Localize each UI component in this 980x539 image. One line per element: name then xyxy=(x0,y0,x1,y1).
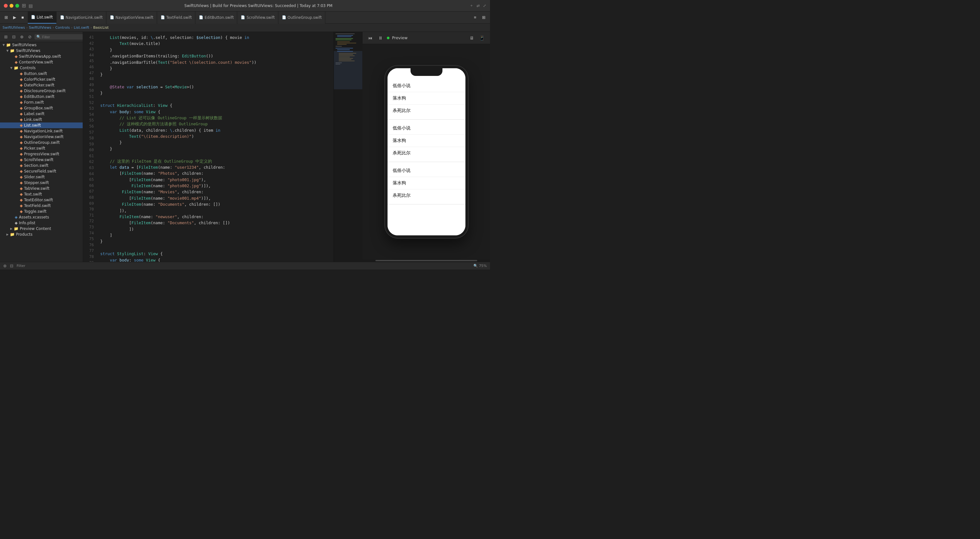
fullscreen-icon[interactable]: ⤢ xyxy=(483,3,486,8)
preview-desktop-btn[interactable]: 🖥 xyxy=(468,35,476,41)
breadcrumb-item[interactable]: SwiftUIViews xyxy=(3,25,25,30)
sidebar-item-products[interactable]: ▶ 📁 Products xyxy=(0,231,83,237)
tab-file-icon: 📄 xyxy=(110,15,114,19)
file-icon: ◆ xyxy=(20,169,23,173)
folder-icon: 📁 xyxy=(10,49,15,53)
code-lines[interactable]: List(movies, id: \.self, selection: $sel… xyxy=(96,32,334,262)
status-filter-label[interactable]: Filter xyxy=(17,264,25,268)
editor-preview: 4142434445464748495051525354555657585960… xyxy=(83,32,490,262)
preview-scrollbar[interactable] xyxy=(363,259,490,262)
svg-rect-22 xyxy=(334,51,362,89)
sidebar-item-label: Controls xyxy=(20,66,36,70)
sidebar-item-section-swift[interactable]: ◆ Section.swift xyxy=(0,163,83,168)
sidebar-item-button-swift[interactable]: ◆ Button.swift xyxy=(0,71,83,76)
sidebar-item-label: GroupBox.swift xyxy=(24,106,53,110)
preview-phone-btn[interactable]: 📱 xyxy=(477,35,486,41)
code-editor[interactable]: 4142434445464748495051525354555657585960… xyxy=(83,32,334,262)
sidebar-item-list-swift[interactable]: ◆ List.swift xyxy=(0,122,83,128)
sidebar-item-navigationview-swift[interactable]: ◆ NavigationView.swift xyxy=(0,134,83,140)
maximize-button[interactable] xyxy=(15,4,19,8)
sidebar-item-label: Text.swift xyxy=(24,192,42,197)
breadcrumb-item[interactable]: BasicList xyxy=(93,25,108,30)
sidebar-btn-1[interactable]: ⊞ xyxy=(3,34,9,40)
minimize-button[interactable] xyxy=(10,4,13,8)
sidebar-btn-4[interactable]: ⊘ xyxy=(27,34,33,40)
tab-textfield-swift[interactable]: 📄 TextField.swift xyxy=(158,11,196,24)
tab-label: NavigationView.swift xyxy=(116,15,154,20)
sidebar: ⊞ ⊟ ⊕ ⊘ 🔍 ▼ 📁 SwiftUIViews ▼ 📁 SwiftUIVi… xyxy=(0,32,83,262)
status-add-btn[interactable]: ⊕ xyxy=(3,263,7,268)
sidebar-item-label: Label.swift xyxy=(24,112,45,116)
breadcrumb-sep: › xyxy=(26,25,27,30)
grid-view-btn[interactable]: ⊞ xyxy=(3,14,10,21)
svg-rect-10 xyxy=(336,48,353,49)
sidebar-item-navigationlink-swift[interactable]: ◆ NavigationLink.swift xyxy=(0,128,83,134)
sidebar-item-scrollview-swift[interactable]: ◆ ScrollView.swift xyxy=(0,157,83,163)
sidebar-item-outlinegroup-swift[interactable]: ◆ OutlineGroup.swift xyxy=(0,140,83,146)
sidebar-btn-3[interactable]: ⊕ xyxy=(19,34,25,40)
sidebar-item-label: SwiftUIViews xyxy=(16,49,41,53)
sidebar-item-swiftuiviews-root[interactable]: ▼ 📁 SwiftUIViews xyxy=(0,42,83,48)
sidebar-item-tabview-swift[interactable]: ◆ TabView.swift xyxy=(0,185,83,191)
add-icon[interactable]: ＋ xyxy=(469,3,473,8)
window-title: SwiftUIViews | Build for Previews SwiftU… xyxy=(50,3,467,8)
close-button[interactable] xyxy=(4,4,8,8)
sidebar-item-contentview-swift[interactable]: ◆ ContentView.swift xyxy=(0,59,83,65)
split-icon[interactable]: ⇄ xyxy=(477,3,480,8)
sidebar-item-colorpicker-swift[interactable]: ◆ ColorPicker.swift xyxy=(0,76,83,82)
file-icon: ◆ xyxy=(20,209,23,214)
filter-input[interactable] xyxy=(42,35,83,39)
sidebar-item-text-swift[interactable]: ◆ Text.swift xyxy=(0,191,83,197)
toolbar-icon[interactable]: ▤ xyxy=(29,3,33,8)
tab-navigationlink-swift[interactable]: 📄 NavigationLink.swift xyxy=(57,11,106,24)
sidebar-item-preview-content[interactable]: ▶ 📁 Preview Content xyxy=(0,226,83,231)
sidebar-filter[interactable]: 🔍 xyxy=(35,34,83,40)
preview-play-btn[interactable]: ⏮ xyxy=(366,35,374,41)
breadcrumb-item[interactable]: List.swift xyxy=(74,25,89,30)
sidebar-item-textfield-swift[interactable]: ◆ TextField.swift xyxy=(0,203,83,209)
sidebar-toolbar: ⊞ ⊟ ⊕ ⊘ 🔍 xyxy=(0,32,83,42)
sidebar-item-datepicker-swift[interactable]: ◆ DatePicker.swift xyxy=(0,82,83,88)
sidebar-item-form-swift[interactable]: ◆ Form.swift xyxy=(0,100,83,105)
file-icon: ◆ xyxy=(20,157,23,162)
list-item: 落水狗 xyxy=(388,92,465,105)
sidebar-btn-2[interactable]: ⊟ xyxy=(11,34,17,40)
sidebar-item-securefield-swift[interactable]: ◆ SecureField.swift xyxy=(0,168,83,174)
sidebar-item-progressview-swift[interactable]: ◆ ProgressView.swift xyxy=(0,151,83,157)
sidebar-item-picker-swift[interactable]: ◆ Picker.swift xyxy=(0,146,83,151)
breadcrumb-item[interactable]: SwiftUIViews xyxy=(29,25,51,30)
stop-btn[interactable]: ■ xyxy=(19,14,26,21)
sidebar-item-disclosuregroup-swift[interactable]: ◆ DisclosureGroup.swift xyxy=(0,88,83,94)
tab-scrollview-swift[interactable]: 📄 ScrollView.swift xyxy=(237,11,278,24)
sidebar-item-toggle-swift[interactable]: ◆ Toggle.swift xyxy=(0,209,83,214)
tab-editbutton-swift[interactable]: 📄 EditButton.swift xyxy=(196,11,237,24)
sidebar-item-info-plist[interactable]: ◆ Info.plist xyxy=(0,220,83,226)
preview-pause-btn[interactable]: ⏸ xyxy=(377,35,384,41)
sidebar-item-stepper-swift[interactable]: ◆ Stepper.swift xyxy=(0,180,83,185)
sidebar-item-groupbox-swift[interactable]: ◆ GroupBox.swift xyxy=(0,105,83,111)
tab-bar: 📄 List.swift 📄 NavigationLink.swift 📄 Na… xyxy=(28,11,470,24)
tab-outlinegroup-swift[interactable]: 📄 OutlineGroup.swift xyxy=(279,11,325,24)
sidebar-item-label-swift[interactable]: ◆ Label.swift xyxy=(0,111,83,117)
sidebar-toggle-icon[interactable]: ⊞ xyxy=(22,3,26,9)
sidebar-item-texteditor-swift[interactable]: ◆ TextEditor.swift xyxy=(0,197,83,203)
list-item: 杀死比尔 xyxy=(388,147,465,159)
inspector-toggle-btn[interactable]: ≡ xyxy=(472,14,478,21)
tab-list-swift[interactable]: 📄 List.swift xyxy=(28,11,57,24)
sidebar-item-controls[interactable]: ▼ 📁 Controls xyxy=(0,65,83,71)
breadcrumb-item[interactable]: Controls xyxy=(55,25,70,30)
sidebar-item-editbutton-swift[interactable]: ◆ EditButton.swift xyxy=(0,94,83,100)
status-remove-btn[interactable]: ⊟ xyxy=(10,263,13,268)
toolbar-left-icons: ⊞ ▶ ■ xyxy=(3,14,26,21)
sidebar-item-swiftuiviews[interactable]: ▼ 📁 SwiftUIViews xyxy=(0,48,83,54)
sidebar-item-assets[interactable]: ◈ Assets.xcassets xyxy=(0,214,83,220)
editor-options-btn[interactable]: ⊞ xyxy=(480,14,487,21)
list-section-2: 低俗小说 落水狗 杀死比尔 xyxy=(388,120,465,162)
tab-navigationview-swift[interactable]: 📄 NavigationView.swift xyxy=(107,11,157,24)
minimap xyxy=(334,32,362,262)
sidebar-item-link-swift[interactable]: ◆ Link.swift xyxy=(0,117,83,122)
sidebar-item-app-swift[interactable]: ◆ SwiftUIViewsApp.swift xyxy=(0,54,83,59)
sidebar-item-slider-swift[interactable]: ◆ Slider.swift xyxy=(0,174,83,180)
run-btn[interactable]: ▶ xyxy=(11,14,18,21)
window-controls[interactable] xyxy=(4,4,19,8)
